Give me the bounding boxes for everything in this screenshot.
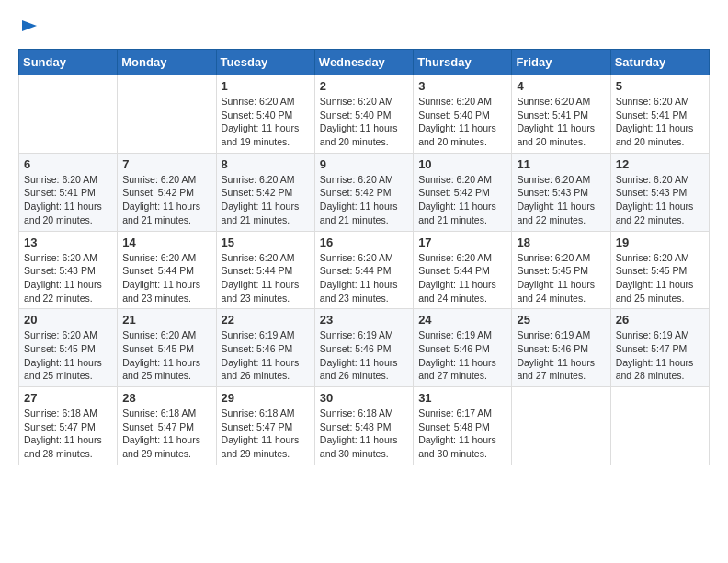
day-number: 26 [616, 313, 704, 327]
day-detail: Sunrise: 6:19 AM Sunset: 5:47 PM Dayligh… [616, 328, 704, 383]
day-detail: Sunrise: 6:20 AM Sunset: 5:44 PM Dayligh… [222, 251, 310, 305]
calendar-cell: 23Sunrise: 6:19 AM Sunset: 5:46 PM Dayli… [314, 309, 413, 387]
day-number: 6 [24, 157, 112, 171]
day-detail: Sunrise: 6:20 AM Sunset: 5:45 PM Dayligh… [122, 328, 210, 383]
calendar-cell: 1Sunrise: 6:20 AM Sunset: 5:40 PM Daylig… [216, 75, 314, 154]
calendar-cell: 16Sunrise: 6:20 AM Sunset: 5:44 PM Dayli… [314, 231, 413, 309]
calendar-cell: 10Sunrise: 6:20 AM Sunset: 5:42 PM Dayli… [414, 153, 512, 231]
calendar-cell: 6Sunrise: 6:20 AM Sunset: 5:41 PM Daylig… [19, 153, 118, 231]
calendar-cell: 20Sunrise: 6:20 AM Sunset: 5:45 PM Dayli… [19, 309, 118, 387]
day-number: 2 [320, 79, 408, 93]
day-detail: Sunrise: 6:19 AM Sunset: 5:46 PM Dayligh… [418, 328, 506, 383]
day-detail: Sunrise: 6:20 AM Sunset: 5:43 PM Dayligh… [24, 251, 112, 305]
day-number: 7 [122, 157, 210, 171]
calendar-cell: 30Sunrise: 6:18 AM Sunset: 5:48 PM Dayli… [314, 387, 413, 465]
day-detail: Sunrise: 6:18 AM Sunset: 5:47 PM Dayligh… [24, 407, 112, 461]
calendar-cell: 15Sunrise: 6:20 AM Sunset: 5:44 PM Dayli… [216, 231, 314, 309]
day-number: 9 [320, 157, 408, 171]
calendar-day-header: Friday [512, 50, 610, 75]
day-detail: Sunrise: 6:20 AM Sunset: 5:42 PM Dayligh… [222, 173, 310, 227]
day-number: 17 [418, 236, 506, 249]
calendar-cell: 3Sunrise: 6:20 AM Sunset: 5:40 PM Daylig… [414, 75, 512, 154]
calendar-day-header: Monday [118, 50, 216, 75]
calendar-cell: 18Sunrise: 6:20 AM Sunset: 5:45 PM Dayli… [512, 231, 610, 309]
calendar-cell: 5Sunrise: 6:20 AM Sunset: 5:41 PM Daylig… [610, 75, 709, 154]
calendar-week-row: 27Sunrise: 6:18 AM Sunset: 5:47 PM Dayli… [19, 387, 710, 465]
page-header [18, 18, 710, 40]
day-number: 23 [320, 313, 408, 327]
day-number: 18 [517, 236, 605, 249]
calendar-cell: 31Sunrise: 6:17 AM Sunset: 5:48 PM Dayli… [414, 387, 512, 465]
calendar-cell: 22Sunrise: 6:19 AM Sunset: 5:46 PM Dayli… [216, 309, 314, 387]
calendar-cell: 28Sunrise: 6:18 AM Sunset: 5:47 PM Dayli… [118, 387, 216, 465]
calendar-week-row: 6Sunrise: 6:20 AM Sunset: 5:41 PM Daylig… [19, 153, 710, 231]
calendar-cell: 2Sunrise: 6:20 AM Sunset: 5:40 PM Daylig… [314, 75, 413, 154]
logo [18, 18, 39, 40]
calendar-day-header: Tuesday [216, 50, 314, 75]
day-detail: Sunrise: 6:20 AM Sunset: 5:43 PM Dayligh… [616, 173, 704, 227]
day-number: 11 [517, 157, 605, 171]
calendar-cell: 4Sunrise: 6:20 AM Sunset: 5:41 PM Daylig… [512, 75, 610, 154]
day-detail: Sunrise: 6:20 AM Sunset: 5:45 PM Dayligh… [616, 251, 704, 305]
day-number: 28 [122, 391, 210, 405]
day-detail: Sunrise: 6:20 AM Sunset: 5:40 PM Dayligh… [418, 95, 506, 149]
day-detail: Sunrise: 6:20 AM Sunset: 5:41 PM Dayligh… [616, 95, 704, 149]
calendar-cell: 17Sunrise: 6:20 AM Sunset: 5:44 PM Dayli… [414, 231, 512, 309]
day-detail: Sunrise: 6:20 AM Sunset: 5:45 PM Dayligh… [24, 328, 112, 383]
calendar-day-header: Saturday [610, 50, 709, 75]
calendar-week-row: 1Sunrise: 6:20 AM Sunset: 5:40 PM Daylig… [19, 75, 710, 154]
day-detail: Sunrise: 6:18 AM Sunset: 5:47 PM Dayligh… [122, 407, 210, 461]
calendar-cell: 21Sunrise: 6:20 AM Sunset: 5:45 PM Dayli… [118, 309, 216, 387]
day-detail: Sunrise: 6:20 AM Sunset: 5:42 PM Dayligh… [418, 173, 506, 227]
day-detail: Sunrise: 6:20 AM Sunset: 5:44 PM Dayligh… [122, 251, 210, 305]
day-detail: Sunrise: 6:19 AM Sunset: 5:46 PM Dayligh… [517, 328, 605, 383]
calendar-cell: 19Sunrise: 6:20 AM Sunset: 5:45 PM Dayli… [610, 231, 709, 309]
calendar-cell: 11Sunrise: 6:20 AM Sunset: 5:43 PM Dayli… [512, 153, 610, 231]
calendar-cell [512, 387, 610, 465]
day-number: 10 [418, 157, 506, 171]
day-detail: Sunrise: 6:20 AM Sunset: 5:43 PM Dayligh… [517, 173, 605, 227]
calendar-header-row: SundayMondayTuesdayWednesdayThursdayFrid… [19, 50, 710, 75]
day-detail: Sunrise: 6:19 AM Sunset: 5:46 PM Dayligh… [222, 328, 310, 383]
day-number: 5 [616, 79, 704, 93]
day-detail: Sunrise: 6:20 AM Sunset: 5:41 PM Dayligh… [517, 95, 605, 149]
calendar-cell: 29Sunrise: 6:18 AM Sunset: 5:47 PM Dayli… [216, 387, 314, 465]
day-number: 22 [222, 313, 310, 327]
day-number: 25 [517, 313, 605, 327]
calendar-cell [118, 75, 216, 154]
day-detail: Sunrise: 6:20 AM Sunset: 5:40 PM Dayligh… [222, 95, 310, 149]
calendar-day-header: Sunday [19, 50, 118, 75]
calendar-cell: 27Sunrise: 6:18 AM Sunset: 5:47 PM Dayli… [19, 387, 118, 465]
day-number: 14 [122, 236, 210, 249]
day-number: 30 [320, 391, 408, 405]
day-detail: Sunrise: 6:20 AM Sunset: 5:45 PM Dayligh… [517, 251, 605, 305]
day-detail: Sunrise: 6:20 AM Sunset: 5:44 PM Dayligh… [418, 251, 506, 305]
day-number: 8 [222, 157, 310, 171]
day-detail: Sunrise: 6:18 AM Sunset: 5:48 PM Dayligh… [320, 407, 408, 461]
calendar-cell: 8Sunrise: 6:20 AM Sunset: 5:42 PM Daylig… [216, 153, 314, 231]
calendar-cell: 9Sunrise: 6:20 AM Sunset: 5:42 PM Daylig… [314, 153, 413, 231]
calendar-cell: 12Sunrise: 6:20 AM Sunset: 5:43 PM Dayli… [610, 153, 709, 231]
calendar-cell: 13Sunrise: 6:20 AM Sunset: 5:43 PM Dayli… [19, 231, 118, 309]
day-number: 24 [418, 313, 506, 327]
day-number: 19 [616, 236, 704, 249]
day-number: 13 [24, 236, 112, 249]
calendar-cell: 25Sunrise: 6:19 AM Sunset: 5:46 PM Dayli… [512, 309, 610, 387]
svg-marker-0 [22, 20, 37, 31]
day-detail: Sunrise: 6:20 AM Sunset: 5:40 PM Dayligh… [320, 95, 408, 149]
day-detail: Sunrise: 6:17 AM Sunset: 5:48 PM Dayligh… [418, 407, 506, 461]
day-number: 16 [320, 236, 408, 249]
day-detail: Sunrise: 6:19 AM Sunset: 5:46 PM Dayligh… [320, 328, 408, 383]
day-number: 29 [222, 391, 310, 405]
calendar-cell [19, 75, 118, 154]
day-number: 4 [517, 79, 605, 93]
day-number: 15 [222, 236, 310, 249]
day-detail: Sunrise: 6:20 AM Sunset: 5:42 PM Dayligh… [320, 173, 408, 227]
day-number: 12 [616, 157, 704, 171]
calendar-day-header: Wednesday [314, 50, 413, 75]
calendar-week-row: 13Sunrise: 6:20 AM Sunset: 5:43 PM Dayli… [19, 231, 710, 309]
day-detail: Sunrise: 6:20 AM Sunset: 5:44 PM Dayligh… [320, 251, 408, 305]
day-detail: Sunrise: 6:18 AM Sunset: 5:47 PM Dayligh… [222, 407, 310, 461]
calendar-day-header: Thursday [414, 50, 512, 75]
day-detail: Sunrise: 6:20 AM Sunset: 5:41 PM Dayligh… [24, 173, 112, 227]
